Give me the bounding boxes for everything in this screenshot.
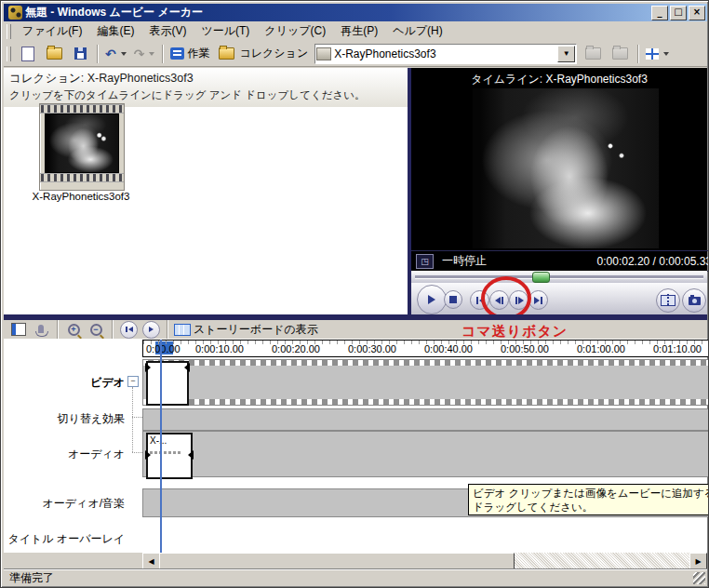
trim-handle-right[interactable] <box>184 363 190 372</box>
toolbar-grip[interactable] <box>7 47 11 61</box>
track-label-audio-music: オーディオ/音楽 <box>4 496 125 512</box>
play-timeline-icon <box>142 321 160 339</box>
collection-clip-item[interactable] <box>39 103 125 191</box>
menu-file[interactable]: ファイル(F) <box>15 21 89 41</box>
take-picture-button[interactable] <box>682 288 706 313</box>
redo-icon: ↷ <box>134 47 145 61</box>
seek-thumb[interactable] <box>532 272 550 283</box>
up-one-level-button[interactable] <box>580 46 607 61</box>
tree-line <box>132 452 142 454</box>
timeline-audio-clip[interactable]: X-... <box>146 433 193 479</box>
audio-track[interactable]: X-... <box>142 431 709 477</box>
fullscreen-icon[interactable]: ◳ <box>416 254 434 269</box>
ruler-label: 0:00.00 <box>146 343 181 354</box>
maximize-button[interactable]: □ <box>670 6 687 20</box>
ruler-label: 0:01:10.00 <box>653 343 702 354</box>
menu-clip[interactable]: クリップ(C) <box>257 21 333 41</box>
film-edge-bottom <box>143 399 708 405</box>
ruler-label: 0:00:50.00 <box>501 343 549 354</box>
new-collection-button[interactable] <box>607 46 634 61</box>
redo-button[interactable]: ↷ <box>130 45 159 63</box>
timeline-separator <box>112 320 113 339</box>
timeline-video-clip[interactable] <box>146 361 189 406</box>
collection-combo-value: X-RayPhonetics3of3 <box>331 47 557 60</box>
menu-view[interactable]: 表示(V) <box>141 21 194 41</box>
movie-maker-window: 無題 - Windows ムービー メーカー _ □ × ファイル(F) 編集(… <box>0 0 709 588</box>
menu-help[interactable]: ヘルプ(H) <box>385 21 450 41</box>
split-icon <box>661 295 676 306</box>
tree-line <box>132 387 134 452</box>
minimize-button[interactable]: _ <box>651 6 668 20</box>
trim-handle-right[interactable] <box>188 450 194 460</box>
split-clip-button[interactable] <box>656 288 680 313</box>
tooltip-line1: ビデオ クリップまたは画像をムービーに追加するには、ビデ <box>473 487 707 501</box>
views-dropdown-icon <box>663 52 669 56</box>
collapse-video-button[interactable]: − <box>127 376 139 387</box>
seek-bar[interactable] <box>411 271 707 283</box>
zoom-out-button[interactable]: − <box>86 321 106 338</box>
tasks-label: 作業 <box>187 46 209 61</box>
stop-button[interactable] <box>444 290 462 309</box>
up-folder-icon <box>585 47 601 60</box>
tree-line <box>132 417 142 419</box>
collection-combo-dropdown[interactable]: ▼ <box>557 46 575 62</box>
tooltip-line2: ドラッグしてください。 <box>473 501 707 514</box>
playback-status: 一時停止 <box>442 253 487 269</box>
playhead[interactable] <box>160 340 162 553</box>
playback-controls <box>411 283 707 314</box>
narration-button[interactable] <box>31 321 51 338</box>
resize-grip-icon[interactable] <box>693 572 705 584</box>
collections-button[interactable]: コレクション <box>213 44 312 63</box>
toolbar: ↶ ↷ 作業 コレクション X-RayPhonetics3of3 ▼ <box>4 41 707 67</box>
menu-grip[interactable] <box>7 24 11 39</box>
views-grid-icon <box>646 48 659 60</box>
views-button[interactable] <box>642 47 673 61</box>
save-project-button[interactable] <box>68 46 93 61</box>
play-timeline-button[interactable] <box>140 321 161 338</box>
storyboard-toggle-label[interactable]: ストーリーボードの表示 <box>194 322 318 338</box>
tasks-button[interactable]: 作業 <box>167 44 213 63</box>
storyboard-icon <box>174 324 191 336</box>
timeline-scrollbar[interactable]: ◀ ▶ <box>142 553 707 568</box>
ruler-label: 0:01:00.00 <box>577 343 625 354</box>
ruler-label: 0:00:10.00 <box>195 343 244 354</box>
collection-reel-icon <box>316 47 331 60</box>
undo-button[interactable]: ↶ <box>101 45 130 63</box>
rewind-timeline-button[interactable] <box>118 321 139 338</box>
close-button[interactable]: × <box>689 6 705 20</box>
playback-time: 0:00:02.20 / 0:00:05.33 <box>597 255 709 268</box>
zoom-in-button[interactable]: + <box>63 321 84 338</box>
waveform <box>150 451 181 454</box>
menu-edit[interactable]: 編集(E) <box>89 21 141 41</box>
timeline-ruler[interactable]: 0:00.00 0:00:10.00 0:00:20.00 0:00:30.00… <box>142 340 709 357</box>
drag-hint-tooltip: ビデオ クリップまたは画像をムービーに追加するには、ビデ ドラッグしてください。 <box>468 484 709 515</box>
next-frame-button[interactable] <box>528 290 548 310</box>
menu-tools[interactable]: ツール(T) <box>194 21 257 41</box>
microphone-icon <box>38 325 44 333</box>
undo-dropdown-icon <box>121 52 127 56</box>
collection-pane: コレクション: X-RayPhonetics3of3 クリップを下のタイムライン… <box>4 68 408 314</box>
video-track[interactable] <box>142 359 709 406</box>
play-button[interactable] <box>417 285 447 314</box>
save-icon <box>74 47 87 60</box>
film-edge-top <box>143 360 708 366</box>
timeline-levels-button[interactable] <box>8 321 29 338</box>
trim-handle-left[interactable] <box>145 450 151 460</box>
storyboard-toggle-button[interactable] <box>173 321 192 338</box>
next-icon-bar <box>541 297 542 304</box>
menu-play[interactable]: 再生(P) <box>333 21 385 41</box>
collection-combobox[interactable]: X-RayPhonetics3of3 ▼ <box>314 44 577 64</box>
ruler-label: 0:00:40.00 <box>424 343 473 354</box>
track-label-title-overlay: タイトル オーバーレイ <box>4 531 125 547</box>
tasks-icon <box>170 47 184 60</box>
timeline-icon <box>11 323 26 336</box>
scroll-thumb[interactable] <box>159 553 515 570</box>
open-project-button[interactable] <box>41 46 68 61</box>
scroll-left-button[interactable]: ◀ <box>142 553 160 570</box>
new-project-button[interactable] <box>15 45 41 63</box>
trim-handle-left[interactable] <box>145 363 151 372</box>
transition-track[interactable] <box>142 408 709 431</box>
scroll-right-button[interactable]: ▶ <box>689 553 707 570</box>
collection-hint: クリップを下のタイムラインにドラッグ アンド ドロップしてください。 <box>9 88 413 102</box>
preview-title: タイムライン: X-RayPhonetics3of3 <box>411 72 707 87</box>
